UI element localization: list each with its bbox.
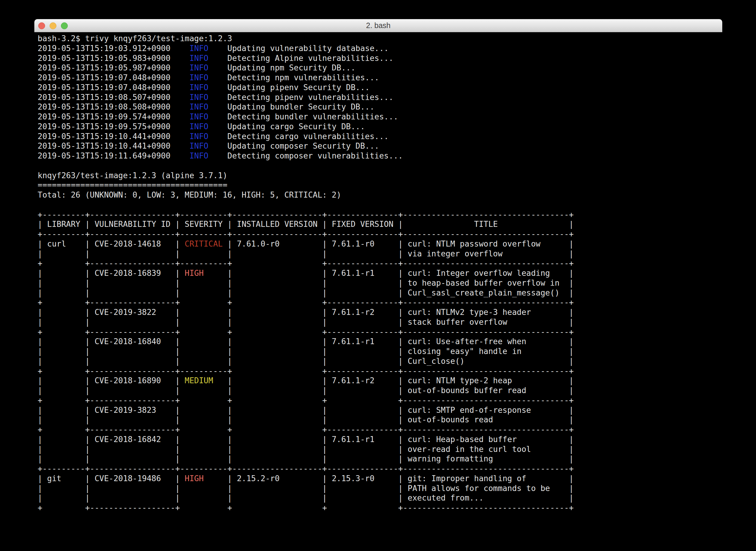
table-border: + +------------------+----------+ +-----…	[38, 366, 722, 376]
table-row: | | | | | | PATH allows for commands to …	[38, 484, 722, 493]
log-line: 2019-05-13T15:19:10.441+0900 INFO Updati…	[38, 141, 722, 151]
table-row: | | | | | | out-of-bounds buffer read |	[38, 386, 722, 396]
log-line: 2019-05-13T15:19:08.508+0900 INFO Updati…	[38, 102, 722, 112]
table-border: +---------+------------------+----------…	[38, 464, 722, 474]
terminal-content[interactable]: bash-3.2$ trivy knqyf263/test-image:1.2.…	[34, 32, 722, 533]
terminal-output: bash-3.2$ trivy knqyf263/test-image:1.2.…	[38, 34, 722, 513]
log-line: 2019-05-13T15:19:09.574+0900 INFO Detect…	[38, 112, 722, 122]
terminal-line	[38, 161, 722, 171]
log-line: 2019-05-13T15:19:05.987+0900 INFO Updati…	[38, 63, 722, 73]
terminal-line	[38, 200, 722, 210]
table-border: +---------+------------------+----------…	[38, 229, 722, 239]
terminal-window: 2. bash bash-3.2$ trivy knqyf263/test-im…	[34, 19, 722, 533]
table-row: | | CVE-2018-16840 | | | 7.61.1-r1 | cur…	[38, 337, 722, 347]
log-level-info: INFO	[189, 141, 209, 150]
report-summary: Total: 26 (UNKNOWN: 0, LOW: 3, MEDIUM: 1…	[38, 190, 722, 200]
table-row: | | | | | | out-of-bounds read |	[38, 415, 722, 425]
table-border: + +------------------+ + + +------------…	[38, 396, 722, 405]
log-level-info: INFO	[189, 122, 209, 131]
log-line: 2019-05-13T15:19:07.048+0900 INFO Updati…	[38, 83, 722, 92]
table-row: | | | | | | stack buffer overflow |	[38, 317, 722, 327]
table-row: | | | | | | to heap-based buffer overflo…	[38, 278, 722, 288]
table-border: + +------------------+----------+ +-----…	[38, 258, 722, 268]
log-line: 2019-05-13T15:19:05.983+0900 INFO Detect…	[38, 53, 722, 63]
log-line: 2019-05-13T15:19:09.575+0900 INFO Updati…	[38, 122, 722, 132]
table-row: | | CVE-2019-3822 | | | 7.61.1-r2 | curl…	[38, 308, 722, 317]
severity-label: HIGH	[185, 268, 204, 278]
table-row: | | CVE-2019-3823 | | | | curl: SMTP end…	[38, 405, 722, 415]
table-border: + +------------------+ + + +------------…	[38, 503, 722, 513]
table-row: | | | | | | warning formatting |	[38, 454, 722, 464]
table-border: +---------+------------------+----------…	[38, 210, 722, 220]
log-line: 2019-05-13T15:19:11.649+0900 INFO Detect…	[38, 151, 722, 161]
log-level-info: INFO	[189, 112, 209, 121]
report-target: knqyf263/test-image:1.2.3 (alpine 3.7.1)	[38, 171, 722, 180]
severity-label: CRITICAL	[185, 239, 223, 248]
table-row: | | | | | | Curl_close() |	[38, 357, 722, 366]
title-bar[interactable]: 2. bash	[34, 19, 722, 32]
log-level-info: INFO	[189, 151, 209, 160]
log-line: 2019-05-13T15:19:07.048+0900 INFO Detect…	[38, 73, 722, 83]
table-border: + +------------------+ + +--------------…	[38, 425, 722, 435]
severity-label: MEDIUM	[185, 376, 213, 385]
window-title: 2. bash	[34, 19, 722, 32]
log-level-info: INFO	[189, 63, 209, 72]
report-underline: ========================================	[38, 180, 722, 190]
table-row: | | | | | | Curl_sasl_create_plain_messa…	[38, 288, 722, 298]
severity-label: HIGH	[185, 474, 204, 483]
table-border: + +------------------+ + +--------------…	[38, 327, 722, 337]
table-header-row: | LIBRARY | VULNERABILITY ID | SEVERITY …	[38, 219, 722, 229]
log-level-info: INFO	[189, 73, 209, 82]
desktop: { "window": { "title": "2. bash" }, "ter…	[0, 0, 756, 551]
log-line: 2019-05-13T15:19:08.507+0900 INFO Detect…	[38, 92, 722, 102]
table-row: | | | | | | via integer overflow |	[38, 249, 722, 259]
log-level-info: INFO	[189, 132, 209, 141]
log-line: 2019-05-13T15:19:10.441+0900 INFO Detect…	[38, 132, 722, 141]
log-level-info: INFO	[189, 92, 209, 102]
log-level-info: INFO	[189, 53, 209, 63]
table-row: | git | CVE-2018-19486 | HIGH | 2.15.2-r…	[38, 474, 722, 484]
log-level-info: INFO	[189, 83, 209, 92]
table-row: | | | | | | executed from... |	[38, 493, 722, 503]
log-level-info: INFO	[189, 102, 209, 111]
table-row: | | | | | | over-read in the curl tool |	[38, 445, 722, 454]
table-row: | | | | | | closing "easy" handle in |	[38, 347, 722, 357]
table-row: | | CVE-2018-16842 | | | 7.61.1-r1 | cur…	[38, 435, 722, 445]
log-line: 2019-05-13T15:19:03.912+0900 INFO Updati…	[38, 44, 722, 53]
table-row: | | CVE-2018-16890 | MEDIUM | | 7.61.1-r…	[38, 376, 722, 386]
table-row: | curl | CVE-2018-14618 | CRITICAL | 7.6…	[38, 239, 722, 249]
table-row: | | CVE-2018-16839 | HIGH | | 7.61.1-r1 …	[38, 268, 722, 278]
prompt-line: bash-3.2$ trivy knqyf263/test-image:1.2.…	[38, 34, 722, 44]
table-border: + +------------------+ + +--------------…	[38, 298, 722, 308]
log-level-info: INFO	[189, 44, 209, 53]
